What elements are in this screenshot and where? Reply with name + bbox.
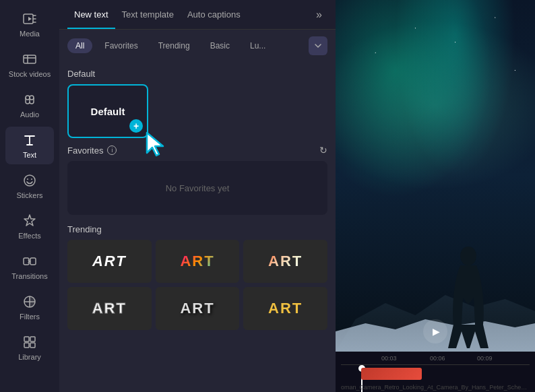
filter-bar: All Favorites Trending Basic Lu...	[59, 30, 336, 62]
time-marker-1: 00:03	[381, 355, 397, 362]
tab-new-text[interactable]: New text	[67, 0, 115, 29]
sidebar-item-label: Text	[23, 151, 36, 159]
play-icon: ▶	[433, 326, 440, 337]
sidebar-item-label: Transitions	[11, 272, 47, 280]
favorites-header: Favorites i ↻	[67, 145, 327, 156]
stars-effect	[336, 0, 535, 352]
svg-rect-1	[24, 55, 36, 63]
person-silhouette	[441, 244, 495, 352]
timeline-ruler: 00:03 00:06 00:09	[341, 352, 530, 365]
time-marker-2: 00:06	[430, 355, 445, 362]
default-card-add-button[interactable]: +	[129, 119, 143, 133]
sidebar-item-label: Stock videos	[9, 70, 51, 78]
sidebar-item-text[interactable]: Text	[5, 127, 54, 164]
svg-point-2	[26, 96, 30, 100]
default-section-label: Default	[67, 69, 327, 79]
timeline-track[interactable]	[341, 368, 530, 381]
favorites-empty-message: No Favorites yet	[166, 183, 230, 193]
video-preview: ▶	[336, 0, 535, 352]
main-panel: New text Text template Auto captions » A…	[59, 0, 336, 392]
effects-icon	[22, 213, 38, 229]
svg-rect-10	[24, 337, 29, 341]
filters-icon	[22, 294, 38, 310]
sidebar-item-audio[interactable]: Audio	[5, 86, 54, 124]
trending-card-text: ART	[180, 300, 214, 317]
trending-card-text: ART	[268, 253, 303, 270]
trending-card-5[interactable]: ART	[156, 287, 240, 330]
video-panel: ▶ 00:03 00:06 00:09 oman_Camera_Retro_Lo…	[336, 0, 535, 392]
filter-all[interactable]: All	[67, 38, 92, 53]
timeline: 00:03 00:06 00:09 oman_Camera_Retro_Look…	[336, 352, 535, 392]
trending-card-4[interactable]: ART	[67, 287, 152, 330]
svg-point-6	[31, 178, 32, 180]
sidebar-item-label: Audio	[20, 110, 39, 119]
trending-card-text: ART	[180, 253, 214, 270]
svg-rect-7	[24, 258, 29, 265]
library-icon	[22, 334, 38, 350]
sidebar-item-label: Media	[20, 30, 40, 38]
svg-point-4	[24, 175, 35, 186]
tab-bar: New text Text template Auto captions »	[59, 0, 336, 30]
stock-videos-icon	[22, 51, 38, 67]
default-card-label: Default	[91, 106, 125, 117]
trending-section-label: Trending	[67, 224, 327, 234]
filter-basic[interactable]: Basic	[202, 38, 238, 53]
cursor-pointer	[144, 131, 168, 158]
trending-card-text: ART	[92, 253, 127, 270]
transitions-icon	[22, 253, 38, 269]
sidebar-item-stickers[interactable]: Stickers	[5, 167, 54, 205]
sidebar-item-label: Library	[18, 353, 41, 361]
media-icon	[22, 11, 38, 27]
stickers-icon	[22, 172, 38, 189]
filter-dropdown-button[interactable]	[309, 36, 327, 55]
filter-lu[interactable]: Lu...	[242, 38, 274, 53]
favorites-empty-state: No Favorites yet	[67, 161, 327, 215]
default-card[interactable]: Default +	[67, 84, 148, 138]
svg-rect-13	[30, 343, 35, 348]
svg-rect-11	[30, 337, 35, 341]
favorites-label: Favorites	[67, 145, 103, 156]
sidebar-item-media[interactable]: Media	[5, 5, 54, 43]
sidebar-item-filters[interactable]: Filters	[5, 288, 54, 326]
default-card-container: Default +	[67, 84, 148, 138]
content-area: Default Default + Favorites i	[59, 62, 336, 392]
trending-card-2[interactable]: ART	[156, 240, 240, 283]
sidebar-item-label: Filters	[20, 313, 40, 321]
filter-trending[interactable]: Trending	[150, 38, 198, 53]
svg-point-5	[27, 178, 28, 180]
clip-block[interactable]	[361, 368, 422, 380]
sidebar: Media Stock videos Audio Text	[0, 0, 59, 392]
sidebar-item-label: Effects	[18, 232, 40, 240]
timeline-clip-info: oman_Camera_Retro_Looking_At_Camera_By_H…	[336, 384, 535, 391]
video-background	[336, 0, 535, 352]
svg-rect-8	[30, 258, 36, 265]
tab-auto-captions[interactable]: Auto captions	[181, 0, 247, 29]
play-button[interactable]: ▶	[423, 319, 447, 344]
favorites-refresh-button[interactable]: ↻	[319, 145, 327, 156]
svg-rect-12	[24, 343, 29, 348]
trending-section: Trending ART ART ART ART ART ART	[67, 224, 327, 330]
svg-point-3	[30, 96, 34, 100]
sidebar-item-effects[interactable]: Effects	[5, 207, 54, 245]
sidebar-item-transitions[interactable]: Transitions	[5, 248, 54, 286]
trending-card-text: ART	[268, 300, 303, 317]
audio-icon	[22, 92, 38, 108]
trending-grid: ART ART ART ART ART ART	[67, 240, 327, 330]
trending-card-3[interactable]: ART	[243, 240, 327, 283]
trending-card-text: ART	[92, 300, 127, 317]
sidebar-item-label: Stickers	[16, 191, 42, 199]
sidebar-item-library[interactable]: Library	[5, 329, 54, 366]
trending-card-1[interactable]: ART	[67, 240, 152, 283]
text-icon	[22, 132, 38, 148]
filter-favorites[interactable]: Favorites	[96, 38, 146, 53]
tab-more-button[interactable]: »	[311, 3, 327, 26]
sidebar-item-stock-videos[interactable]: Stock videos	[5, 46, 54, 84]
favorites-title: Favorites i	[67, 145, 117, 156]
trending-card-6[interactable]: ART	[243, 287, 327, 330]
favorites-info-icon[interactable]: i	[107, 145, 117, 155]
svg-point-14	[460, 247, 476, 265]
time-marker-3: 00:09	[477, 355, 493, 362]
tab-text-template[interactable]: Text template	[115, 0, 181, 29]
favorites-section: Favorites i ↻ No Favorites yet	[67, 145, 327, 215]
